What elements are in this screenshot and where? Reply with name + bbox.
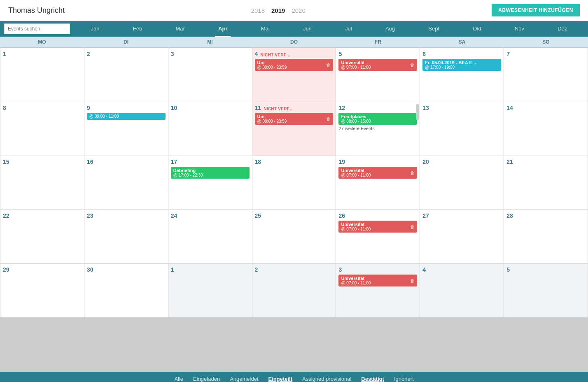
calendar-cell-5-4[interactable]: 2 [252, 264, 336, 317]
event-pill[interactable]: Uni@ 00:00 - 23:59🗑 [255, 59, 334, 71]
calendar-cell-4-4[interactable]: 25 [252, 210, 336, 263]
day-number: 4 [255, 51, 258, 57]
event-pill[interactable]: Universität@ 07:00 - 11:00🗑 [338, 167, 417, 179]
calendar-cell-1-2[interactable]: 2 [84, 48, 168, 102]
event-time: @ 07:00 - 11:00 [341, 65, 410, 70]
day-number: 9 [87, 105, 90, 111]
month-mai[interactable]: Mai [258, 21, 273, 37]
month-feb[interactable]: Feb [130, 21, 145, 37]
delete-event-icon[interactable]: 🗑 [410, 278, 415, 283]
delete-event-icon[interactable]: 🗑 [410, 224, 415, 229]
month-jun[interactable]: Jun [300, 21, 315, 37]
calendar-cell-4-6[interactable]: 27 [420, 210, 504, 263]
delete-event-icon[interactable]: 🗑 [326, 116, 331, 121]
calendar-cell-2-7[interactable]: 14 [504, 102, 588, 156]
calendar-cell-5-6[interactable]: 4 [420, 264, 504, 317]
calendar-cell-4-2[interactable]: 23 [84, 210, 168, 263]
delete-event-icon[interactable]: 🗑 [410, 170, 415, 175]
event-pill[interactable]: Foodplaces@ 08:00 - 15:00 [338, 113, 417, 125]
calendar-cell-5-1[interactable]: 29 [0, 264, 84, 317]
event-pill[interactable]: @ 09:00 - 11:00 [87, 113, 166, 120]
day-number: 20 [422, 158, 429, 165]
calendar-cell-4-3[interactable]: 24 [168, 210, 252, 263]
event-time: @ 07:00 - 11:00 [341, 281, 410, 285]
event-time: @ 08:00 - 15:00 [341, 119, 415, 123]
day-number: 8 [3, 105, 6, 111]
day-number: 21 [506, 158, 513, 165]
filter-eingeladen[interactable]: Eingeladen [193, 376, 220, 382]
month-apr[interactable]: Apr [215, 21, 231, 37]
more-events-label[interactable]: 27 weitere Events [338, 126, 417, 131]
calendar-cell-1-7[interactable]: 7 [504, 48, 588, 102]
scroll-bar[interactable] [416, 104, 419, 120]
calendar-cell-3-5[interactable]: 19Universität@ 07:00 - 11:00🗑 [336, 156, 420, 210]
day-number: 2 [255, 266, 258, 273]
day-number: 27 [422, 212, 429, 219]
calendar-cell-2-3[interactable]: 10 [168, 102, 252, 156]
calendar-cell-5-7[interactable]: 5 [504, 264, 588, 317]
filter-alle[interactable]: Alle [174, 376, 183, 382]
search-input[interactable] [4, 23, 70, 34]
calendar-cell-1-3[interactable]: 3 [168, 48, 252, 102]
month-sept[interactable]: Sept [425, 21, 443, 37]
day-number: 16 [87, 158, 93, 165]
calendar-cell-1-4[interactable]: 4NICHT VERF…Uni@ 00:00 - 23:59🗑 [252, 48, 336, 102]
add-absence-button[interactable]: ABWESENHEIT HINZUFÜGEN [492, 4, 580, 16]
calendar-cell-5-2[interactable]: 30 [84, 264, 168, 317]
calendar-cell-3-2[interactable]: 16 [84, 156, 168, 210]
calendar-cell-1-5[interactable]: 5Universität@ 07:00 - 11:00🗑 [336, 48, 420, 102]
day-header-fr: FR [336, 37, 420, 47]
calendar-cell-2-5[interactable]: 12Foodplaces@ 08:00 - 15:0027 weitere Ev… [336, 102, 420, 156]
calendar-cell-3-3[interactable]: 17Debriefing@ 17:00 - 22:30 [168, 156, 252, 210]
calendar-cell-2-2[interactable]: 9@ 09:00 - 11:00 [84, 102, 168, 156]
filter-bestatigt[interactable]: Bestätigt [361, 376, 384, 382]
filter-eingeteilt[interactable]: Eingeteilt [268, 376, 293, 382]
event-pill[interactable]: Uni@ 00:00 - 23:59🗑 [255, 113, 334, 125]
day-number: 13 [422, 105, 429, 111]
event-pill[interactable]: Fr. 05.04.2019 - BEA E...@ 17:00 - 19:00 [422, 59, 501, 71]
day-header-mi: MI [168, 37, 252, 47]
month-mar[interactable]: Mär [172, 21, 188, 37]
event-pill[interactable]: Universität@ 07:00 - 11:00🗑 [338, 59, 417, 71]
calendar-cell-3-7[interactable]: 21 [504, 156, 588, 210]
calendar-cell-5-3[interactable]: 1 [168, 264, 252, 317]
event-pill[interactable]: Universität@ 07:00 - 11:00🗑 [338, 275, 417, 286]
filter-angemeldet[interactable]: Angemeldet [230, 376, 258, 382]
day-header-di: DI [84, 37, 168, 47]
month-aug[interactable]: Aug [382, 21, 398, 37]
calendar-cell-2-6[interactable]: 13 [420, 102, 504, 156]
day-number: 24 [171, 212, 177, 219]
year-2018[interactable]: 2018 [251, 7, 265, 14]
calendar-cell-2-4[interactable]: 11NICHT VERF…Uni@ 00:00 - 23:59🗑 [252, 102, 336, 156]
event-name: Debriefing [173, 168, 247, 173]
delete-event-icon[interactable]: 🗑 [326, 63, 331, 68]
event-pill[interactable]: Universität@ 07:00 - 11:00🗑 [338, 221, 417, 233]
year-2020[interactable]: 2020 [292, 7, 305, 14]
calendar-cell-2-1[interactable]: 8 [0, 102, 84, 156]
calendar-cell-4-1[interactable]: 22 [0, 210, 84, 263]
month-nov[interactable]: Nov [511, 21, 527, 37]
filter-assigned-provisional[interactable]: Assigned provisional [302, 376, 351, 382]
calendar-cell-4-7[interactable]: 28 [504, 210, 588, 263]
year-2019[interactable]: 2019 [271, 7, 285, 14]
day-number: 18 [255, 158, 261, 165]
calendar-cell-1-1[interactable]: 1 [0, 48, 84, 102]
delete-event-icon[interactable]: 🗑 [410, 63, 415, 68]
event-name: Fr. 05.04.2019 - BEA E... [425, 60, 499, 65]
calendar-cell-3-4[interactable]: 18 [252, 156, 336, 210]
calendar-cell-3-1[interactable]: 15 [0, 156, 84, 210]
month-jan[interactable]: Jan [88, 21, 103, 37]
nicht-verfugbar-label: NICHT VERF… [264, 107, 294, 111]
month-okt[interactable]: Okt [469, 21, 484, 37]
calendar-cell-4-5[interactable]: 26Universität@ 07:00 - 11:00🗑 [336, 210, 420, 263]
event-pill[interactable]: Debriefing@ 17:00 - 22:30 [171, 167, 250, 179]
day-number: 12 [338, 105, 345, 111]
calendar-cell-3-6[interactable]: 20 [420, 156, 504, 210]
calendar-cell-5-5[interactable]: 3Universität@ 07:00 - 11:00🗑 [336, 264, 420, 317]
day-number: 19 [338, 158, 345, 165]
month-jul[interactable]: Jul [342, 21, 355, 37]
month-dez[interactable]: Dez [554, 21, 570, 37]
filter-ignoriert[interactable]: Ignoriert [394, 376, 414, 382]
scroll-overlay [415, 102, 420, 156]
calendar-cell-1-6[interactable]: 6Fr. 05.04.2019 - BEA E...@ 17:00 - 19:0… [420, 48, 504, 102]
